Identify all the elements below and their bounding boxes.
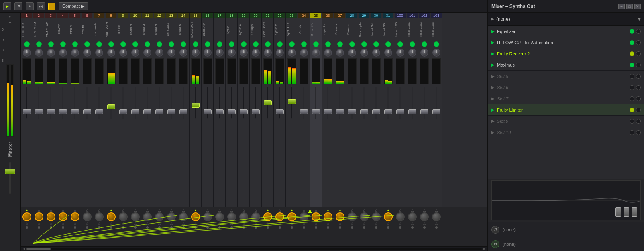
- ch-enable-btn[interactable]: [193, 41, 198, 47]
- ch-enable-btn[interactable]: [120, 41, 126, 47]
- ch-fader-track[interactable]: [436, 87, 437, 119]
- effect-power-dot[interactable]: [630, 74, 634, 79]
- effect-extra-dot[interactable]: [636, 63, 641, 67]
- channel-strip-15[interactable]: 15 BASS OUT: [190, 13, 202, 207]
- ch-enable-btn[interactable]: [205, 41, 210, 47]
- channel-strip-7[interactable]: 7 div...unds: [93, 13, 105, 207]
- ch-pan-knob[interactable]: [252, 49, 260, 57]
- ch-fader-handle[interactable]: [71, 109, 79, 114]
- effect-power-dot[interactable]: [630, 96, 634, 101]
- effect-item-8[interactable]: ▶ Fruity Limiter: [488, 104, 644, 116]
- ch-fader-track[interactable]: [135, 87, 136, 119]
- ch-fader-track[interactable]: [62, 87, 63, 119]
- effect-extra-dot[interactable]: [636, 130, 641, 135]
- channels-scroll[interactable]: 1 GHO..ICK 2 KIC..RUM: [21, 13, 487, 251]
- effect-item-6[interactable]: ▶ Slot 6: [488, 82, 644, 93]
- ch-fader-track[interactable]: [375, 87, 377, 119]
- ch-enable-btn[interactable]: [36, 41, 42, 47]
- ch-enable-btn[interactable]: [84, 41, 90, 47]
- ch-enable-btn[interactable]: [48, 41, 54, 47]
- minimize-button[interactable]: –: [618, 4, 625, 9]
- channel-strip-27[interactable]: 27 Snares: [334, 13, 346, 207]
- eq-fader-3[interactable]: [632, 207, 637, 217]
- effect-item-2[interactable]: ▶ HI-LOW-CUT for Automation: [488, 37, 644, 48]
- ch-enable-btn[interactable]: [349, 41, 355, 47]
- ch-fader-handle[interactable]: [312, 109, 320, 114]
- effect-extra-dot[interactable]: [636, 40, 641, 45]
- effect-extra-dot[interactable]: [636, 96, 641, 101]
- ch-fader-handle[interactable]: [216, 109, 224, 114]
- ch-fader-track[interactable]: [207, 87, 208, 119]
- channel-strip-6[interactable]: 6 TOMS: [81, 13, 93, 207]
- close-button[interactable]: ✕: [634, 4, 641, 9]
- channel-strip-21[interactable]: 21 Dee..Bass: [262, 13, 274, 207]
- channel-strip-24[interactable]: 24 Crash: [298, 13, 310, 207]
- channel-strip-100[interactable]: 100 Inser..100: [394, 13, 406, 207]
- channel-strip-2[interactable]: 2 KIC..RUM: [33, 13, 45, 207]
- ch-pan-knob[interactable]: [396, 49, 404, 57]
- channel-strip-3[interactable]: 3 SNAR..AP: [45, 13, 57, 207]
- ch-pan-knob[interactable]: [240, 49, 248, 57]
- ch-fader-track[interactable]: [255, 87, 256, 119]
- ch-fader-track[interactable]: [315, 87, 316, 119]
- ch-enable-btn[interactable]: [157, 41, 162, 47]
- save-button[interactable]: ⚑: [14, 2, 22, 10]
- ch-pan-knob[interactable]: [23, 49, 31, 57]
- ch-pan-knob[interactable]: [384, 49, 392, 57]
- effect-item-1[interactable]: ▶ Equalizer: [488, 26, 644, 37]
- undo-button[interactable]: ✦: [26, 2, 34, 10]
- ch-pan-knob[interactable]: [288, 49, 296, 57]
- channel-strip-103[interactable]: 103 Inser..103: [430, 13, 442, 207]
- effect-power-dot[interactable]: [630, 119, 634, 124]
- ch-pan-knob[interactable]: [420, 49, 428, 57]
- ch-enable-btn[interactable]: [96, 41, 102, 47]
- effect-power-dot[interactable]: [630, 130, 634, 135]
- ch-enable-btn[interactable]: [253, 41, 259, 47]
- ch-fader-track[interactable]: [279, 87, 280, 119]
- ch-enable-btn[interactable]: [108, 41, 114, 47]
- ch-fader-handle[interactable]: [95, 109, 103, 114]
- channel-strip-22[interactable]: 22 Synth 5: [274, 13, 286, 207]
- ch-pan-knob[interactable]: [71, 49, 79, 57]
- effect-item-10[interactable]: ▶ Slot 10: [488, 127, 644, 138]
- ch-enable-btn[interactable]: [181, 41, 186, 47]
- play-button[interactable]: ▶: [3, 2, 11, 10]
- ch-pan-knob[interactable]: [264, 49, 272, 57]
- ch-enable-btn[interactable]: [325, 41, 331, 47]
- ch-fader-handle[interactable]: [432, 109, 440, 114]
- effect-extra-dot[interactable]: [636, 108, 641, 112]
- ch-fader-track[interactable]: [50, 87, 51, 119]
- channel-strip-10[interactable]: 10 BASS 2: [129, 13, 141, 207]
- scrollbar-track[interactable]: [26, 248, 482, 250]
- channel-strip-31[interactable]: 31 Insert 35: [382, 13, 394, 207]
- ch-pan-knob[interactable]: [408, 49, 416, 57]
- ch-enable-btn[interactable]: [422, 41, 427, 47]
- ch-enable-btn[interactable]: [169, 41, 174, 47]
- channel-strip-101[interactable]: 101 Inser..101: [406, 13, 418, 207]
- ch-enable-btn[interactable]: [277, 41, 283, 47]
- ch-enable-btn[interactable]: [434, 41, 439, 47]
- ch-fader-track[interactable]: [363, 87, 365, 119]
- channel-strip-20[interactable]: 20 Strings: [250, 13, 262, 207]
- channel-strip-28[interactable]: 28 Pianos: [346, 13, 358, 207]
- ch-enable-btn[interactable]: [301, 41, 307, 47]
- master-fader[interactable]: [4, 160, 16, 196]
- ch-pan-knob[interactable]: [131, 49, 139, 57]
- scrollbar-thumb[interactable]: [26, 248, 51, 250]
- channel-strip-19[interactable]: 19 Synth 2: [238, 13, 250, 207]
- ch-fader-track[interactable]: [26, 87, 27, 119]
- effect-extra-dot[interactable]: [636, 51, 641, 56]
- ch-fader-handle[interactable]: [204, 109, 212, 114]
- ch-pan-knob[interactable]: [204, 49, 212, 57]
- channel-strip-17[interactable]: 17 -----: [214, 13, 226, 207]
- channel-strip-5[interactable]: 5 PERC: [69, 13, 81, 207]
- effect-power-dot[interactable]: [630, 108, 634, 112]
- ch-fader-handle[interactable]: [155, 109, 163, 114]
- ch-enable-btn[interactable]: [241, 41, 247, 47]
- ch-enable-btn[interactable]: [60, 41, 66, 47]
- channel-strip-9[interactable]: 9 BASS: [117, 13, 129, 207]
- ch-fader-handle[interactable]: [408, 109, 416, 114]
- ch-fader-track[interactable]: [122, 87, 124, 119]
- channel-strip-102[interactable]: 102 Inser..102: [418, 13, 430, 207]
- effect-extra-dot[interactable]: [636, 119, 641, 124]
